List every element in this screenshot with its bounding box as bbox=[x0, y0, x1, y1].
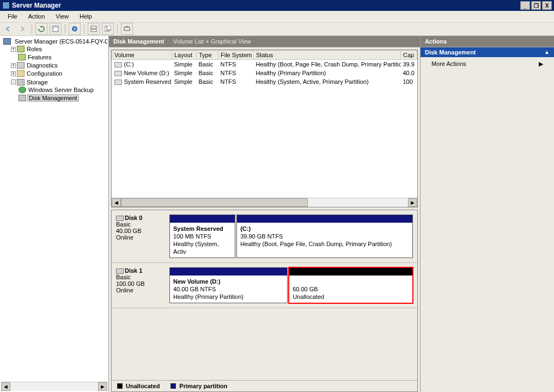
svg-rect-8 bbox=[124, 27, 130, 30]
forward-button[interactable] bbox=[16, 23, 28, 35]
disk-icon bbox=[116, 268, 124, 274]
tree-configuration[interactable]: +Configuration bbox=[11, 69, 107, 77]
scroll-right-button[interactable]: ► bbox=[408, 198, 417, 207]
col-status[interactable]: Status bbox=[254, 51, 401, 60]
partition[interactable]: (C:)39.90 GB NTFSHealthy (Boot, Page Fil… bbox=[236, 215, 413, 258]
disk-label[interactable]: Disk 1Basic100.00 GBOnline bbox=[116, 267, 165, 303]
content-pane: Disk Management Volume List + Graphical … bbox=[109, 36, 421, 392]
tree-features[interactable]: Features bbox=[11, 53, 107, 61]
tree-storage[interactable]: -Storage Windows Server Backup Disk Mana… bbox=[11, 77, 107, 102]
scroll-left-button[interactable]: ◄ bbox=[1, 382, 10, 391]
diskmgmt-icon bbox=[19, 95, 26, 101]
close-window-button[interactable]: X bbox=[542, 1, 552, 10]
volume-list-header[interactable]: Volume Layout Type File System Status Ca… bbox=[112, 51, 417, 60]
roles-icon bbox=[17, 46, 25, 52]
view-subtitle: Volume List + Graphical View bbox=[173, 38, 251, 45]
partition-header bbox=[170, 215, 235, 223]
partition[interactable]: New Volume (D:)40.00 GB NTFSHealthy (Pri… bbox=[169, 267, 288, 303]
scrollbar-thumb[interactable] bbox=[121, 198, 308, 207]
server-icon bbox=[3, 38, 11, 45]
title-bar: Server Manager _ ❐ X bbox=[0, 0, 554, 11]
configuration-icon bbox=[17, 70, 25, 77]
toolbar: ? bbox=[0, 22, 554, 36]
drive-icon bbox=[114, 71, 122, 76]
partition[interactable]: 60.00 GBUnallocated bbox=[289, 267, 413, 303]
navigation-tree: Server Manager (ECS-0514-FQY-00 +Roles F… bbox=[0, 36, 109, 392]
toolbar-separator bbox=[84, 24, 84, 34]
tree-root[interactable]: Server Manager (ECS-0514-FQY-00 +Roles F… bbox=[3, 37, 107, 103]
menu-view[interactable]: View bbox=[50, 12, 74, 21]
col-filesystem[interactable]: File System bbox=[218, 51, 254, 60]
volume-row[interactable]: New Volume (D:)SimpleBasicNTFSHealthy (P… bbox=[112, 69, 417, 77]
actions-pane: Actions Disk Management ▲ More Actions ▶ bbox=[421, 36, 554, 392]
menu-help[interactable]: Help bbox=[74, 12, 98, 21]
app-icon bbox=[2, 2, 10, 9]
partition[interactable]: System Reserved100 MB NTFSHealthy (Syste… bbox=[169, 215, 235, 258]
more-actions[interactable]: More Actions ▶ bbox=[421, 57, 554, 71]
collapse-icon[interactable]: - bbox=[11, 79, 16, 84]
volume-list-scrollbar[interactable]: ◄ ► bbox=[112, 198, 417, 207]
legend-unallocated: Unallocated bbox=[126, 383, 160, 389]
actions-section-label: Disk Management bbox=[425, 49, 476, 56]
menu-file[interactable]: File bbox=[2, 12, 23, 21]
backup-icon bbox=[19, 87, 26, 93]
menu-bar: File Action View Help bbox=[0, 11, 554, 22]
toolbar-button-3[interactable] bbox=[102, 23, 114, 35]
col-cap[interactable]: Cap bbox=[401, 51, 417, 60]
actions-section[interactable]: Disk Management ▲ bbox=[421, 47, 554, 57]
svg-rect-7 bbox=[107, 26, 111, 30]
partition-header bbox=[289, 268, 412, 275]
window-title: Server Manager bbox=[12, 2, 61, 9]
chevron-right-icon: ▶ bbox=[539, 60, 543, 68]
disk-row: Disk 0Basic40.00 GBOnlineSystem Reserved… bbox=[112, 210, 417, 263]
col-layout[interactable]: Layout bbox=[172, 51, 197, 60]
col-type[interactable]: Type bbox=[197, 51, 218, 60]
toolbar-separator bbox=[65, 24, 65, 34]
more-actions-label: More Actions bbox=[431, 60, 466, 68]
drive-icon bbox=[114, 79, 122, 85]
scroll-right-button[interactable]: ► bbox=[98, 382, 107, 391]
legend-swatch-primary bbox=[171, 383, 176, 389]
tree-diagnostics[interactable]: +Diagnostics bbox=[11, 61, 107, 69]
minimize-button[interactable]: _ bbox=[520, 1, 530, 10]
disk-row: Disk 1Basic100.00 GBOnlineNew Volume (D:… bbox=[112, 263, 417, 308]
scroll-left-button[interactable]: ◄ bbox=[112, 198, 121, 207]
actions-header: Actions bbox=[421, 36, 554, 47]
legend-primary: Primary partition bbox=[179, 383, 227, 389]
disk-label[interactable]: Disk 0Basic40.00 GBOnline bbox=[116, 215, 165, 258]
view-header: Disk Management Volume List + Graphical … bbox=[109, 36, 420, 47]
tree-disk-management[interactable]: Disk Management bbox=[19, 94, 107, 102]
expand-icon[interactable]: + bbox=[11, 47, 16, 52]
expand-icon[interactable]: + bbox=[11, 63, 16, 68]
restore-button[interactable]: ❐ bbox=[531, 1, 541, 10]
back-button[interactable] bbox=[2, 23, 14, 35]
toolbar-button-4[interactable] bbox=[121, 23, 133, 35]
legend: Unallocated Primary partition bbox=[112, 380, 417, 391]
toolbar-button-2[interactable] bbox=[88, 23, 100, 35]
toolbar-button-1[interactable] bbox=[50, 23, 62, 35]
svg-text:?: ? bbox=[74, 27, 76, 32]
svg-rect-4 bbox=[91, 26, 96, 28]
drive-icon bbox=[114, 62, 122, 68]
disk-icon bbox=[116, 216, 124, 221]
refresh-button[interactable] bbox=[35, 23, 47, 35]
tree-roles[interactable]: +Roles bbox=[11, 45, 107, 53]
svg-rect-5 bbox=[91, 29, 96, 32]
volume-row[interactable]: System ReservedSimpleBasicNTFSHealthy (S… bbox=[112, 77, 417, 86]
graphical-view: Disk 0Basic40.00 GBOnlineSystem Reserved… bbox=[111, 210, 418, 392]
diagnostics-icon bbox=[17, 62, 25, 69]
col-volume[interactable]: Volume bbox=[112, 51, 172, 60]
tree-hscrollbar[interactable]: ◄ ► bbox=[1, 382, 107, 391]
toolbar-separator bbox=[32, 24, 32, 34]
tree-backup[interactable]: Windows Server Backup bbox=[19, 85, 107, 94]
toolbar-separator bbox=[117, 24, 118, 34]
svg-rect-1 bbox=[53, 27, 58, 28]
partition-header bbox=[170, 268, 287, 275]
help-button[interactable]: ? bbox=[69, 23, 81, 35]
expand-icon[interactable]: + bbox=[11, 71, 16, 76]
features-icon bbox=[18, 54, 26, 60]
volume-row[interactable]: (C:)SimpleBasicNTFSHealthy (Boot, Page F… bbox=[112, 60, 417, 69]
partition-header bbox=[237, 215, 412, 223]
storage-icon bbox=[17, 79, 25, 85]
menu-action[interactable]: Action bbox=[23, 12, 51, 21]
